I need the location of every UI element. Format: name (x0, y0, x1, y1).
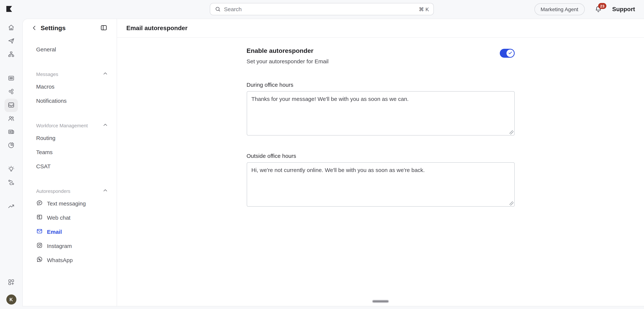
inbox-icon (8, 101, 15, 110)
section-label: Workforce Management (36, 123, 88, 128)
sidebar-item-routing[interactable]: Routing (36, 131, 108, 145)
search-input[interactable] (224, 6, 419, 12)
settings-nav: General Messages Macros Notifications Wo… (30, 42, 108, 267)
customers-icon (8, 114, 15, 123)
workflow-icon (8, 50, 15, 59)
rail-inbox-button[interactable] (4, 99, 18, 112)
collapse-sidebar-button[interactable] (100, 24, 108, 32)
app: ⌘ K Marketing Agent 23 Support (0, 0, 644, 309)
settings-sidebar: Settings General Messages Macros Notific… (23, 19, 117, 306)
agent-status-button[interactable]: Marketing Agent (534, 3, 584, 15)
rail-trending-button[interactable] (4, 200, 18, 213)
content-area: Email autoresponder Enable autoresponder… (117, 19, 644, 306)
sidebar-item-instagram[interactable]: Instagram (36, 239, 108, 253)
panel-left-icon (100, 24, 107, 32)
chevron-up-icon (103, 188, 108, 194)
instagram-icon (36, 242, 43, 250)
section-workforce-header[interactable]: Workforce Management (36, 120, 108, 131)
during-hours-textarea[interactable]: Thanks for your message! We'll be with y… (246, 91, 514, 135)
left-icon-rail: K (0, 19, 22, 309)
rail-apps-button[interactable] (4, 276, 18, 289)
sidebar-item-email[interactable]: Email (36, 225, 108, 239)
section-messages: Messages Macros Notifications (36, 69, 108, 108)
pie-chart-icon (8, 141, 15, 150)
top-right-cluster: Marketing Agent 23 Support (534, 0, 635, 19)
autoresponder-form: Enable autoresponder Set your autorespon… (246, 38, 514, 306)
lightbulb-icon (8, 165, 15, 174)
rail-workflow-button[interactable] (4, 48, 18, 61)
autoresponder-toggle[interactable] (500, 49, 514, 58)
web-chat-icon (36, 214, 43, 221)
bottom-drag-handle[interactable] (372, 300, 389, 303)
chevron-up-icon (103, 71, 108, 77)
kustomer-logo-icon (6, 6, 12, 12)
route-icon (8, 179, 15, 187)
channel-label: Web chat (47, 214, 70, 221)
sidebar-item-csat[interactable]: CSAT (36, 159, 108, 173)
back-button[interactable] (30, 24, 38, 32)
search-shortcut: ⌘ K (419, 6, 429, 12)
search-icon (215, 6, 221, 12)
section-label: Messages (36, 71, 58, 77)
channel-label: Instagram (47, 243, 72, 249)
enable-description: Set your autoresponder for Email (246, 58, 328, 64)
page-title: Email autoresponder (117, 19, 644, 38)
enable-texts: Enable autoresponder Set your autorespon… (246, 47, 328, 64)
toggle-knob (506, 49, 514, 57)
sidebar-item-text-messaging[interactable]: Text messaging (36, 196, 108, 210)
sidebar-item-general[interactable]: General (36, 42, 108, 56)
share-nodes-icon (8, 88, 15, 96)
enable-row: Enable autoresponder Set your autorespon… (246, 47, 514, 64)
section-label: Autoresponders (36, 188, 70, 194)
rail-home-button[interactable] (4, 21, 18, 35)
chevron-up-icon (103, 122, 108, 129)
content-body: Enable autoresponder Set your autorespon… (117, 38, 644, 306)
channel-label: Text messaging (47, 200, 86, 206)
trending-up-icon (8, 202, 15, 211)
user-avatar[interactable]: K (6, 295, 16, 305)
section-workforce-management: Workforce Management Routing Teams CSAT (36, 120, 108, 173)
rail-send-button[interactable] (4, 35, 18, 48)
during-hours-label: During office hours (246, 81, 514, 88)
rail-routing-button[interactable] (4, 176, 18, 190)
enable-title: Enable autoresponder (246, 47, 328, 55)
section-autoresponders: Autoresponders Text messaging Web chat E… (36, 186, 108, 267)
rail-insights-button[interactable] (4, 163, 18, 176)
notification-count-badge: 23 (598, 3, 606, 9)
sidebar-item-web-chat[interactable]: Web chat (36, 210, 108, 225)
settings-header: Settings (30, 24, 108, 32)
send-icon (8, 37, 15, 46)
home-icon (8, 24, 15, 32)
apps-grid-plus-icon (8, 278, 15, 287)
check-icon (508, 50, 512, 56)
rail-notes-button[interactable] (4, 72, 18, 85)
notifications-button[interactable]: 23 (594, 5, 602, 13)
sidebar-item-macros[interactable]: Macros (36, 79, 108, 93)
chevron-left-icon (31, 25, 37, 32)
channel-label: WhatsApp (47, 257, 73, 263)
support-link[interactable]: Support (612, 6, 635, 13)
rail-customers-button[interactable] (4, 112, 18, 125)
notes-icon (8, 74, 15, 83)
chat-bubble-icon (36, 199, 43, 207)
rail-news-button[interactable] (4, 125, 18, 139)
sidebar-item-teams[interactable]: Teams (36, 145, 108, 159)
sidebar-item-whatsapp[interactable]: WhatsApp (36, 253, 108, 267)
outside-hours-field: Hi, we're not currently online. We'll be… (246, 162, 514, 207)
email-envelope-icon (36, 228, 43, 236)
section-messages-header[interactable]: Messages (36, 69, 108, 79)
during-hours-field: Thanks for your message! We'll be with y… (246, 91, 514, 135)
top-bar: ⌘ K Marketing Agent 23 Support (0, 0, 644, 19)
outside-hours-textarea[interactable]: Hi, we're not currently online. We'll be… (246, 162, 514, 207)
rail-reports-button[interactable] (4, 139, 18, 152)
settings-title: Settings (40, 24, 100, 32)
news-icon (8, 128, 15, 136)
section-autoresponders-header[interactable]: Autoresponders (36, 186, 108, 196)
main-panel: Settings General Messages Macros Notific… (22, 19, 644, 307)
sidebar-item-notifications[interactable]: Notifications (36, 93, 108, 108)
rail-share-button[interactable] (4, 85, 18, 99)
whatsapp-icon (36, 256, 43, 264)
channel-label: Email (47, 228, 62, 235)
outside-hours-label: Outside office hours (246, 153, 514, 159)
global-search[interactable]: ⌘ K (210, 3, 434, 15)
